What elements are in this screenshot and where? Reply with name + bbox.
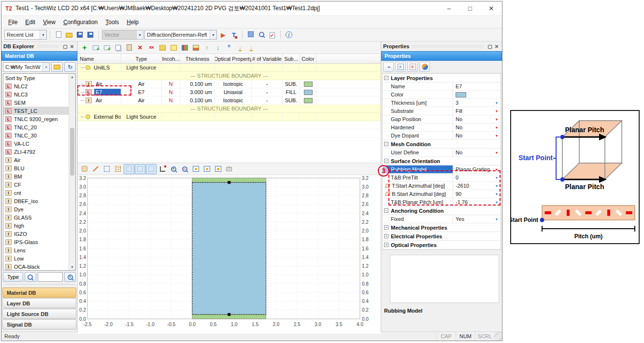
mesh-view-button[interactable] [113, 164, 123, 174]
close-button[interactable]: ✕ [481, 1, 502, 15]
x-axis-grid-button[interactable] [135, 164, 145, 174]
move-up-button[interactable] [201, 42, 212, 53]
db-item-ZLI-4792[interactable]: LZLI-4792 [3, 148, 69, 156]
column-header-0[interactable]: Name [78, 54, 121, 63]
expand-collapse-icon[interactable]: − [384, 208, 388, 213]
grid-toggle-button[interactable] [124, 164, 134, 174]
db-tab-signal-db[interactable]: Signal DB [2, 319, 76, 329]
scroll-thumb[interactable] [70, 128, 74, 176]
column-header-7[interactable]: Color [300, 54, 316, 63]
measure-button[interactable] [90, 164, 101, 174]
fit-selection-button[interactable] [213, 164, 223, 174]
chart-view-button[interactable] [179, 42, 190, 53]
column-header-5[interactable]: # of Variable [252, 54, 283, 63]
db-item-TNLC_20[interactable]: LTNLC_20 [3, 123, 69, 131]
preview-button[interactable] [25, 272, 36, 282]
db-item-high[interactable]: Ihigh [3, 221, 69, 230]
refresh-button[interactable] [64, 62, 76, 72]
property-value[interactable]: E7 [453, 82, 493, 90]
expand-collapse-icon[interactable]: − [384, 142, 388, 146]
property-value[interactable]: 90 [453, 190, 493, 198]
menu-configuration[interactable]: Configuration [59, 17, 101, 27]
property-row-hardened[interactable]: HardenedNo [383, 123, 501, 132]
property-row-dye-dopant[interactable]: Dye DopantNo [383, 132, 501, 140]
column-header-3[interactable]: Thickness [180, 54, 215, 63]
dropdown-arrow-icon[interactable] [493, 132, 501, 139]
solver-dropdown[interactable]: Diffraction(Berreman-Refl▼ [144, 30, 217, 40]
property-value[interactable] [453, 91, 493, 98]
chart-edit-button[interactable] [190, 42, 201, 53]
db-tab-material-db[interactable]: Material DB [2, 288, 76, 298]
panel-close-button[interactable]: ✕ [69, 44, 75, 49]
expand-collapse-icon[interactable]: − [384, 76, 388, 80]
section-optical-properties[interactable]: +Optical Properties [383, 241, 501, 249]
dropdown-arrow-icon[interactable] [493, 198, 501, 206]
db-item-TNLC 9200_regen[interactable]: LTNLC 9200_regen [3, 115, 69, 123]
property-row-rubbing-model[interactable]: Rubbing ModelPlanar Grating [383, 165, 501, 174]
checklist-button[interactable] [267, 30, 277, 41]
find-button[interactable] [256, 29, 267, 40]
print-export-button[interactable] [224, 164, 234, 174]
pan-button[interactable] [79, 164, 90, 174]
section-mesh-condition[interactable]: −Mesh Condition [383, 140, 501, 149]
export-button[interactable] [246, 42, 257, 53]
insert-layer-below-button[interactable] [101, 42, 112, 53]
categorized-button[interactable] [383, 62, 394, 72]
expand-collapse-icon[interactable]: + [384, 243, 388, 247]
detail-list-button[interactable] [407, 62, 418, 72]
fit-all-button[interactable] [201, 164, 212, 174]
layer-color-swatch[interactable] [304, 90, 313, 95]
section-electrical-properties[interactable]: +Electrical Properties [383, 232, 501, 241]
db-item-GLASS[interactable]: IGLASS [3, 213, 69, 221]
scroll-down-icon[interactable]: ▼ [71, 264, 74, 270]
property-value[interactable]: Fill [453, 107, 493, 115]
property-row-b-start-azimuthal-deg-[interactable]: B:Start Azimuthal [deg]90 [383, 190, 501, 198]
layer-row-unitls[interactable]: UnitLSLight Source [78, 64, 381, 72]
property-row-t-b-planar-pitch-um-[interactable]: T&B:Planar Pitch [um]-1.76 [383, 198, 501, 206]
dropdown-arrow-icon[interactable] [493, 165, 501, 173]
property-value[interactable]: No [453, 123, 493, 131]
layer-row-air[interactable]: IAirAirN0.100 umIsotropic-SUB. [78, 96, 381, 105]
maximize-button[interactable]: □ [459, 1, 481, 15]
db-item-Dye[interactable]: IDye [3, 205, 69, 213]
dropdown-arrow-icon[interactable] [493, 174, 501, 181]
property-value[interactable]: No [453, 149, 493, 156]
property-value[interactable]: No [453, 132, 493, 139]
merge-button[interactable] [224, 42, 234, 53]
property-value[interactable]: No [453, 115, 493, 123]
layer-grid-button[interactable] [168, 42, 179, 53]
selection-handle-bottom[interactable] [228, 313, 230, 316]
axis-origin-button[interactable] [157, 164, 168, 174]
tree-view-button[interactable] [395, 62, 406, 72]
section-anchoring-condition[interactable]: −Anchoring Condition [383, 206, 501, 215]
color-value-swatch[interactable] [456, 92, 466, 97]
minimize-button[interactable]: – [438, 1, 459, 15]
layer-region-e7[interactable] [192, 182, 266, 315]
expand-collapse-icon[interactable]: − [384, 159, 388, 163]
layer-row-e7[interactable]: LE7E7N3.000 umUniaxial-FILL [78, 88, 381, 96]
column-header-1[interactable]: Type [121, 54, 162, 63]
dropdown-arrow-icon[interactable] [493, 215, 501, 223]
zoom-window-button[interactable] [101, 164, 112, 174]
db-item-TNLC_30[interactable]: LTNLC_30 [3, 131, 69, 139]
open-file-button[interactable] [64, 30, 74, 40]
db-item-Lens[interactable]: ILens [3, 246, 69, 254]
save-all-button[interactable] [85, 29, 96, 40]
zoom-in-button[interactable] [168, 164, 179, 174]
property-row-thickness-um-[interactable]: Thickness [um]3 [383, 99, 501, 107]
y-axis-grid-button[interactable] [146, 164, 157, 174]
techwiz-run-button[interactable] [229, 30, 239, 40]
column-header-4[interactable]: Optical Property [215, 54, 252, 63]
db-item-TEST_LC[interactable]: LTEST_LC [3, 107, 69, 115]
dropdown-arrow-icon[interactable] [493, 107, 501, 115]
delete-button[interactable] [135, 42, 145, 53]
copy-button[interactable] [113, 42, 123, 53]
db-item-IPS-Glass[interactable]: IIPS-Glass [3, 238, 69, 246]
cross-section-chart[interactable]: -2.5-2.0-1.5-1.0-0.50.00.51.01.52.02.53.… [78, 175, 381, 334]
property-value[interactable]: -1.76 [453, 198, 493, 206]
resize-grip[interactable] [494, 332, 502, 341]
panel-close-button[interactable]: ✕ [493, 44, 500, 49]
move-down-button[interactable] [213, 42, 223, 53]
column-header-2[interactable]: Incoh... [162, 54, 180, 63]
structure-3d-button[interactable] [245, 29, 256, 39]
